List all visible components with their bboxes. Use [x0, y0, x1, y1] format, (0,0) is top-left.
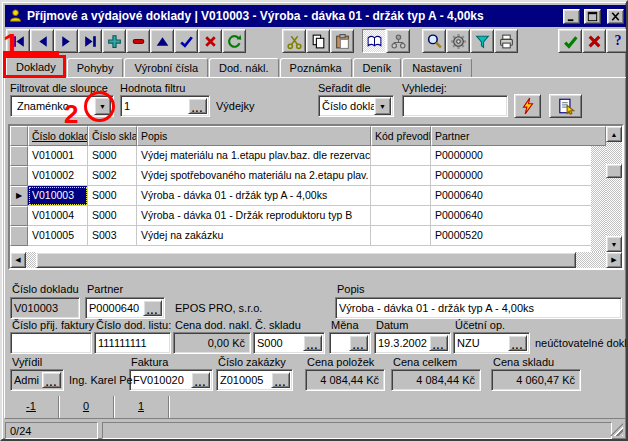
cell-popis[interactable]: Výroba - dávka 01 - držák typ A - 4,00ks	[137, 186, 371, 206]
prior-record-button[interactable]	[30, 29, 54, 53]
table-row[interactable]: V010004 S000 Výroba - dávka 01 - Držák r…	[10, 206, 606, 226]
sort-combobox[interactable]: Číslo dokla ▼	[318, 95, 394, 117]
table-row[interactable]: V010002 S002 Výdej spotřebovaného materi…	[10, 166, 606, 186]
cell-partner[interactable]: P0000520	[431, 226, 606, 246]
popis-field[interactable]: Výroba - dávka 01 - držák typ A - 4,00ks	[335, 297, 622, 319]
cell-doklad[interactable]: V010004	[28, 206, 88, 226]
cislo-zakazky-field[interactable]: Z010005 ...	[216, 369, 293, 391]
maximize-button[interactable]	[584, 9, 601, 24]
cell-partner[interactable]: P0000640	[431, 206, 606, 226]
vertical-scroll-thumb[interactable]	[606, 164, 622, 178]
next-record-button[interactable]	[54, 29, 78, 53]
cell-doklad[interactable]: V010003	[28, 186, 88, 206]
vyridil-picker-button[interactable]: ...	[42, 372, 61, 388]
offset-plus-one-button[interactable]: 1	[114, 396, 169, 418]
edit-record-button[interactable]	[150, 29, 174, 53]
cell-popis[interactable]: Výdej spotřebovaného materiálu na 2.etap…	[137, 166, 371, 186]
tab-pohyby[interactable]: Pohyby	[67, 58, 124, 78]
scroll-up-button[interactable]: ▲	[606, 126, 622, 142]
datum-field[interactable]: 19.3.2002 ...	[374, 332, 451, 354]
search-button[interactable]	[422, 29, 446, 53]
scroll-left-button[interactable]: ◀	[10, 252, 26, 268]
offset-zero-button[interactable]: 0	[59, 396, 114, 418]
report-button[interactable]	[549, 94, 582, 118]
header-popis[interactable]: Popis	[137, 126, 371, 146]
partner-picker-button[interactable]: ...	[143, 300, 162, 316]
tab-nastaveni[interactable]: Nastavení	[402, 58, 472, 78]
faktura-picker-button[interactable]: ...	[191, 372, 210, 388]
search-input[interactable]	[402, 95, 508, 117]
cancel-edit-button[interactable]	[198, 29, 222, 53]
cell-kod[interactable]	[371, 166, 431, 186]
cell-doklad[interactable]: V010001	[28, 146, 88, 166]
post-edit-button[interactable]	[174, 29, 198, 53]
cell-sklad[interactable]: S002	[88, 166, 137, 186]
horizontal-scrollbar[interactable]: ◀ ▶	[10, 252, 622, 268]
c-skladu-field[interactable]: S000 ...	[253, 332, 325, 354]
cell-kod[interactable]	[371, 146, 431, 166]
scroll-down-button[interactable]: ▼	[606, 236, 622, 252]
ucetni-op-field[interactable]: NZU ...	[453, 332, 530, 354]
c-skladu-picker-button[interactable]: ...	[303, 335, 322, 351]
scroll-right-button[interactable]: ▶	[606, 252, 622, 268]
cislo-dod-listu-field[interactable]: 111111111	[94, 332, 171, 354]
filter-button[interactable]	[470, 29, 494, 53]
cell-popis[interactable]: Výdej materiálu na 1.etapu plav.baz. dle…	[137, 146, 371, 166]
print-button[interactable]	[494, 29, 518, 53]
cell-partner[interactable]: P0000000	[431, 146, 606, 166]
table-row[interactable]: V010001 S000 Výdej materiálu na 1.etapu …	[10, 146, 606, 166]
header-cislo-dokladu[interactable]: Číslo dokladu	[28, 126, 88, 146]
insert-record-button[interactable]	[102, 29, 126, 53]
tree-view-button[interactable]	[386, 29, 410, 53]
refresh-button[interactable]	[222, 29, 246, 53]
vertical-scrollbar[interactable]: ▲ ▼	[606, 126, 622, 252]
cell-popis[interactable]: Výdej na zakázku	[137, 226, 371, 246]
cell-sklad[interactable]: S003	[88, 226, 137, 246]
partner-field[interactable]: P0000640 ...	[85, 297, 165, 319]
table-row[interactable]: V010005 S003 Výdej na zakázku P0000520	[10, 226, 606, 246]
cell-partner[interactable]: P0000000	[431, 166, 606, 186]
close-button[interactable]	[607, 9, 624, 24]
filter-value-input[interactable]: 1 ...	[120, 95, 210, 117]
copy-button[interactable]	[306, 29, 330, 53]
cell-doklad[interactable]: V010005	[28, 226, 88, 246]
ucetni-op-picker-button[interactable]: ...	[508, 335, 527, 351]
cell-sklad[interactable]: S000	[88, 206, 137, 226]
filter-value-picker-button[interactable]: ...	[188, 98, 207, 114]
ok-button[interactable]	[558, 29, 582, 53]
header-partner[interactable]: Partner	[431, 126, 606, 146]
cell-sklad[interactable]: S000	[88, 146, 137, 166]
vyridil-field[interactable]: Admi ...	[10, 369, 64, 391]
documents-view-button[interactable]	[362, 29, 386, 53]
cell-kod[interactable]	[371, 206, 431, 226]
cut-button[interactable]	[282, 29, 306, 53]
help-button[interactable]: ?	[606, 29, 628, 53]
faktura-field[interactable]: FV010020 ...	[129, 369, 213, 391]
sort-dropdown-button[interactable]: ▼	[374, 97, 391, 115]
cislo-prij-faktury-field[interactable]	[10, 332, 92, 354]
cancel-button[interactable]	[582, 29, 606, 53]
quick-search-button[interactable]	[514, 94, 541, 118]
tab-denik[interactable]: Deník	[353, 58, 402, 78]
cell-sklad[interactable]: S000	[88, 186, 137, 206]
cell-popis[interactable]: Výroba - dávka 01 - Držák reproduktoru t…	[137, 206, 371, 226]
settings-button[interactable]	[446, 29, 470, 53]
paste-button[interactable]	[330, 29, 354, 53]
cislo-zakazky-picker-button[interactable]: ...	[271, 372, 290, 388]
minimize-button[interactable]	[563, 9, 580, 24]
tab-vyrobni-cisla[interactable]: Výrobní čísla	[124, 58, 208, 78]
tab-dod-nakl[interactable]: Dod. nákl.	[209, 58, 279, 78]
cell-kod[interactable]	[371, 226, 431, 246]
mena-field[interactable]: ...	[329, 332, 371, 354]
last-record-button[interactable]	[78, 29, 102, 53]
offset-minus-one-button[interactable]: -1	[4, 396, 59, 418]
table-row-selected[interactable]: ▶ V010003 S000 Výroba - dávka 01 - držák…	[10, 186, 606, 206]
title-bar[interactable]: Příjmové a výdajové doklady | V010003 - …	[5, 5, 627, 27]
tab-poznamka[interactable]: Poznámka	[280, 58, 352, 78]
cell-doklad[interactable]: V010002	[28, 166, 88, 186]
delete-record-button[interactable]	[126, 29, 150, 53]
datum-picker-button[interactable]: ...	[429, 335, 448, 351]
header-cislo-skladu[interactable]: Číslo skladu	[88, 126, 137, 146]
mena-picker-button[interactable]: ...	[349, 335, 368, 351]
cell-partner[interactable]: P0000640	[431, 186, 606, 206]
